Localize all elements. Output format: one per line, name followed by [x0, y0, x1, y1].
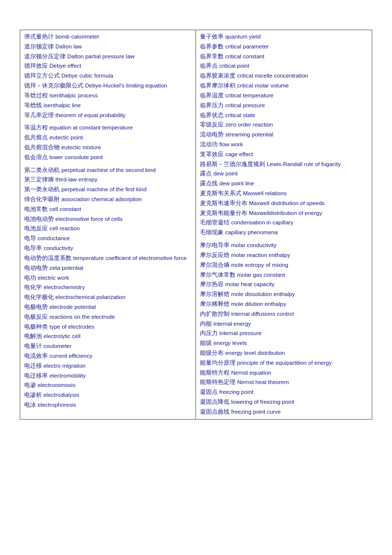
term-english: electric work: [38, 275, 69, 281]
term-english: Maxwell distribution of speeds: [249, 200, 324, 206]
term-english: lower consolute point: [49, 154, 103, 160]
term-chinese: 露点线: [200, 180, 219, 186]
term-english: conductance: [38, 235, 70, 241]
term-english: critical state: [225, 112, 255, 118]
term-english: type of electrodes: [49, 324, 94, 330]
content-area: 弹式量热计 bomb calorimeter道尔顿定律 Dalton law道尔…: [20, 30, 372, 419]
term-english: energy level distribution: [225, 350, 285, 356]
term-chinese: 电导: [24, 235, 38, 241]
term-chinese: 电极电势: [24, 304, 49, 310]
term-entry: 能级 energy levels: [200, 339, 368, 348]
term-chinese: 凝固点曲线: [200, 409, 231, 415]
term-english: cell constant: [49, 206, 81, 212]
term-chinese: 道尔顿定律: [24, 43, 55, 49]
term-entry: 麦克斯韦速率分布 Maxwell distribution of speeds: [200, 199, 368, 209]
term-chinese: 电化学极化: [24, 294, 55, 300]
term-entry: 电渗 electroosmosis: [24, 381, 192, 390]
term-english: capillary phenomena: [225, 229, 277, 235]
term-chinese: 德拜效应: [24, 63, 49, 69]
term-entry: 麦克斯韦关系式 Maxwell relations: [200, 189, 368, 199]
term-entry: 第一类永动机 perpetual machine of the first ki…: [24, 185, 192, 195]
term-chinese: 能斯特方程: [200, 370, 231, 376]
term-entry: 凝固点 freezing point: [200, 387, 368, 397]
term-english: internal diffusions control: [231, 311, 294, 317]
term-english: molar heat capacity: [225, 281, 274, 287]
term-chinese: 路易斯－兰德尔逸度规则: [200, 161, 267, 167]
term-chinese: 电动势的温度系数: [24, 255, 73, 261]
term-entry: 等几率定理 theorem of equal probability: [24, 111, 192, 121]
term-chinese: 电功: [24, 275, 38, 281]
term-entry: 电池反应 cell reaction: [24, 224, 192, 234]
term-entry: 麦克斯韦能量分布 Maxwelldistribution of energy: [200, 209, 368, 218]
term-english: flow work: [219, 141, 243, 147]
term-chinese: 内扩散控制: [200, 311, 231, 317]
term-entry: 第二类永动机 perpetual machine of the second k…: [24, 166, 192, 175]
term-entry: 流动电势 streaming potential: [200, 130, 368, 140]
term-entry: 摩尔反应焓 molar reaction enthalpy: [200, 251, 368, 260]
term-chinese: 临界温度: [200, 92, 225, 98]
term-entry: 电动势的温度系数 temperature coefficient of elec…: [24, 254, 192, 263]
term-chinese: 量子效率: [200, 34, 225, 40]
term-entry: 能量均分原理 principle of the equipartition of…: [200, 358, 368, 368]
term-chinese: 第三定律熵: [24, 176, 55, 182]
term-entry: 内压力 internal pressure: [200, 329, 368, 339]
term-entry: 能斯特热定理 Nernst heat theorem: [200, 378, 368, 387]
term-english: Dalton partial pressure law: [67, 53, 134, 59]
term-chinese: 临界压力: [200, 102, 225, 108]
term-entry: 内能 internal energy: [200, 319, 368, 329]
term-chinese: 等焓过程: [24, 92, 49, 98]
term-entry: 德拜立方公式 Debye cubic formula: [24, 71, 192, 81]
term-english: current efficiency: [49, 353, 92, 359]
term-chinese: 毛细管凝结: [200, 219, 231, 225]
term-entry: 临界温度 critical temperature: [200, 91, 368, 101]
term-entry: 电极反应 reactions on the electrode: [24, 312, 192, 322]
term-english: eutectic point: [49, 134, 83, 140]
term-english: electro migration: [43, 363, 85, 369]
term-english: Lewis-Randall rule of fugacity: [267, 161, 341, 167]
term-entry: 能斯特方程 Nernst equation: [200, 368, 368, 378]
term-chinese: 弹式量热计: [24, 34, 55, 40]
term-chinese: 摩尔溶解焓: [200, 291, 231, 297]
term-chinese: 露点: [200, 171, 213, 176]
term-entry: 道尔顿分压定律 Dalton partial pressure law: [24, 52, 192, 62]
term-entry: 低共熔混合物 eutectic mixture: [24, 143, 192, 153]
term-english: electrochemical polarization: [55, 294, 125, 300]
term-chinese: 临界状态: [200, 112, 225, 118]
term-chinese: 凝固点降低: [200, 399, 231, 405]
term-chinese: 缔合化学吸附: [24, 196, 61, 202]
term-entry: 电化学极化 electrochemical polarization: [24, 293, 192, 302]
term-english: association chemical adsorption: [61, 196, 142, 202]
term-english: mole dilution enthalpy: [231, 301, 286, 307]
term-chinese: 能量均分原理: [200, 360, 237, 366]
term-english: critical pressure: [225, 102, 265, 108]
term-english: quantum yield: [225, 34, 261, 40]
term-entry: 摩尔混合熵 mole entropy of mixing: [200, 260, 368, 270]
term-entry: 路易斯－兰德尔逸度规则 Lewis-Randall rule of fugaci…: [200, 160, 368, 170]
term-chinese: 电化学: [24, 284, 43, 290]
term-english: electrodialysis: [43, 392, 79, 398]
term-chinese: 电流效率: [24, 353, 49, 359]
term-english: bomb calorimeter: [55, 34, 99, 40]
term-chinese: 德拜－休克尔极限公式: [24, 83, 85, 88]
term-english: critical molar volume: [237, 83, 289, 88]
term-chinese: 内压力: [200, 330, 219, 336]
term-english: Maxwelldistribution of energy: [249, 210, 322, 216]
term-entry: 临界压力 critical pressure: [200, 101, 368, 111]
term-english: reactions on the electrode: [49, 314, 115, 320]
term-english: dew point line: [219, 180, 254, 186]
term-chinese: 麦克斯韦关系式: [200, 190, 243, 196]
term-english: critical temperature: [225, 92, 274, 98]
term-english: perpetual machine of the first kind: [61, 186, 147, 192]
term-entry: 等焓过程 isenthalpic process: [24, 91, 192, 101]
term-entry: 低会溶点 lower consolute point: [24, 153, 192, 163]
term-english: lowering of freezing point: [231, 399, 294, 405]
term-entry: 电迁移 electro migration: [24, 361, 192, 371]
term-chinese: 流动功: [200, 141, 219, 147]
term-english: zeta potential: [49, 265, 83, 271]
term-chinese: 电极种类: [24, 324, 49, 330]
term-entry: 凝固点曲线 freezing point curve: [200, 407, 368, 417]
term-entry: 德拜－休克尔极限公式 Debye-Huckel's limiting equat…: [24, 81, 192, 91]
term-english: theorem of equal probability: [55, 112, 125, 118]
term-english: Nernst heat theorem: [237, 379, 289, 385]
term-entry: 流动功 flow work: [200, 140, 368, 150]
